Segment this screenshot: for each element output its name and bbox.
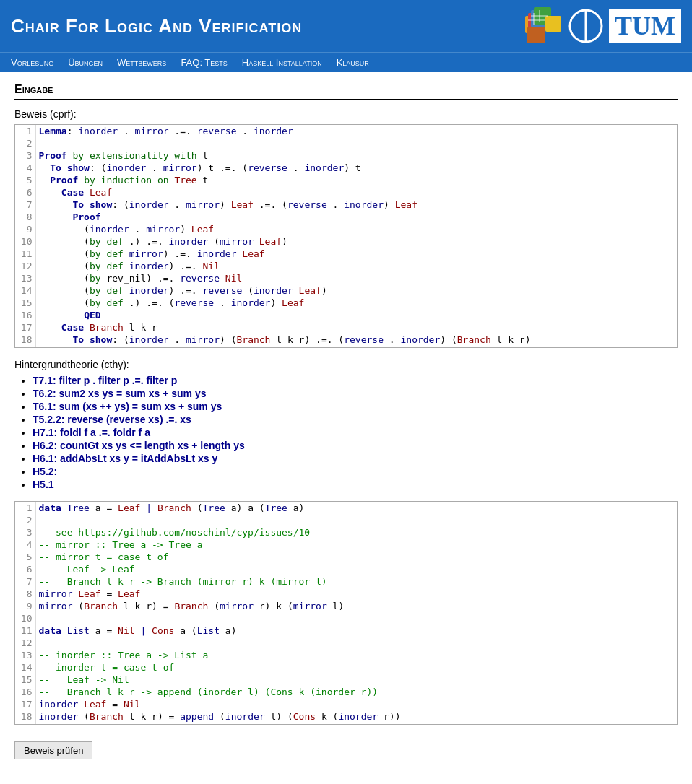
list-item: H7.1: foldl f a .=. foldr f a	[33, 427, 678, 438]
table-row: 7 To show: (inorder . mirror) Leaf .=. (…	[15, 199, 677, 211]
submit-button[interactable]: Beweis prüfen	[14, 741, 92, 759]
table-row: 1data Tree a = Leaf | Branch (Tree a) a …	[15, 502, 677, 514]
table-row: 4-- mirror :: Tree a -> Tree a	[15, 539, 677, 551]
nav-ubungen[interactable]: Übungen	[68, 57, 103, 68]
proof-code-table: 1Lemma: inorder . mirror .=. reverse . i…	[15, 125, 677, 348]
table-row: 15 (by def .) .=. (reverse . inorder) Le…	[15, 297, 677, 309]
list-item: H6.2: countGt xs ys <= length xs + lengt…	[33, 440, 678, 451]
bg-code-area[interactable]: 1data Tree a = Leaf | Branch (Tree a) a …	[14, 501, 678, 725]
table-row: 17inorder Leaf = Nil	[15, 698, 677, 710]
theory-link[interactable]: T7.1: filter p . filter p .=. filter p	[33, 375, 177, 386]
table-row: 18 To show: (inorder . mirror) (Branch l…	[15, 334, 677, 346]
table-row: 4 To show: (inorder . mirror) t .=. (rev…	[15, 162, 677, 174]
site-title: Chair For Logic And Verification	[11, 15, 302, 38]
theory-link[interactable]: H6.2: countGt xs ys <= length xs + lengt…	[33, 440, 245, 451]
nav-vorlesung[interactable]: Vorlesung	[11, 57, 53, 68]
theory-link[interactable]: T6.1: sum (xs ++ ys) = sum xs + sum ys	[33, 401, 222, 412]
bg-code-table: 1data Tree a = Leaf | Branch (Tree a) a …	[15, 502, 677, 725]
theory-link[interactable]: H7.1: foldl f a .=. foldr f a	[33, 427, 150, 438]
table-row: 12	[15, 637, 677, 649]
theory-link[interactable]: H5.2:	[33, 466, 57, 477]
table-row: 14 (by def inorder) .=. reverse (inorder…	[15, 284, 677, 297]
list-item: T7.1: filter p . filter p .=. filter p	[33, 375, 678, 386]
nav-haskell[interactable]: Haskell Installation	[242, 57, 322, 68]
table-row: 8 Proof	[15, 211, 677, 223]
table-row: 2	[15, 514, 677, 526]
navigation: Vorlesung Übungen Wettbewerb FAQ: Tests …	[0, 52, 692, 72]
table-row: 14-- inorder t = case t of	[15, 661, 677, 674]
table-row: 16-- Branch l k r -> append (inorder l) …	[15, 686, 677, 698]
table-row: 18inorder (Branch l k r) = append (inord…	[15, 710, 677, 723]
nav-wettbewerb[interactable]: Wettbewerb	[117, 57, 166, 68]
table-row: 16 QED	[15, 309, 677, 321]
proof-code-area[interactable]: 1Lemma: inorder . mirror .=. reverse . i…	[14, 124, 678, 348]
table-row: 1Lemma: inorder . mirror .=. reverse . i…	[15, 125, 677, 137]
table-row: 2	[15, 137, 677, 149]
table-row: 8mirror Leaf = Leaf	[15, 588, 677, 600]
list-item: T6.1: sum (xs ++ ys) = sum xs + sum ys	[33, 401, 678, 412]
table-row: 12 (by def inorder) .=. Nil	[15, 260, 677, 272]
table-row: 7-- Branch l k r -> Branch (mirror r) k …	[15, 575, 677, 588]
table-row: 9 (inorder . mirror) Leaf	[15, 223, 677, 235]
table-row: 3Proof by extensionality with t	[15, 149, 677, 162]
theory-list: T7.1: filter p . filter p .=. filter pT6…	[14, 375, 678, 490]
svg-rect-5	[527, 27, 545, 43]
nav-faq[interactable]: FAQ: Tests	[181, 57, 227, 68]
theory-link[interactable]: H5.1	[33, 479, 54, 490]
section-title: Eingabe	[14, 83, 678, 100]
table-row: 19 IH: (inorder . mirror) l .=. (reverse…	[15, 346, 677, 348]
table-row: 19	[15, 723, 677, 725]
header: Chair For Logic And Verification TUM	[0, 0, 692, 52]
table-row: 15-- Leaf -> Nil	[15, 674, 677, 686]
table-row: 5-- mirror t = case t of	[15, 551, 677, 563]
table-row: 3-- see https://github.com/noschinl/cyp/…	[15, 526, 677, 539]
table-row: 10 (by def .) .=. inorder (mirror Leaf)	[15, 235, 677, 248]
table-row: 6-- Leaf -> Leaf	[15, 563, 677, 575]
list-item: H6.1: addAbsLt xs y = itAddAbsLt xs y	[33, 453, 678, 464]
table-row: 11data List a = Nil | Cons a (List a)	[15, 624, 677, 637]
table-row: 13 (by rev_nil) .=. reverse Nil	[15, 272, 677, 284]
logo-area: TUM	[525, 7, 681, 45]
table-row: 5 Proof by induction on Tree t	[15, 174, 677, 186]
table-row: 17 Case Branch l k r	[15, 321, 677, 334]
list-item: T6.2: sum2 xs ys = sum xs + sum ys	[33, 388, 678, 399]
main-content: Eingabe Beweis (cprf): 1Lemma: inorder .…	[0, 72, 692, 770]
list-item: H5.1	[33, 479, 678, 490]
tum-logo: TUM	[609, 9, 681, 43]
cube-icon	[525, 7, 563, 45]
theory-link[interactable]: T5.2.2: reverse (reverse xs) .=. xs	[33, 414, 191, 425]
circle-logo-icon	[568, 9, 603, 43]
nav-klausur[interactable]: Klausur	[337, 57, 369, 68]
theory-label: Hintergrundtheorie (cthy):	[14, 359, 678, 370]
table-row: 9mirror (Branch l k r) = Branch (mirror …	[15, 600, 677, 612]
theory-link[interactable]: T6.2: sum2 xs ys = sum xs + sum ys	[33, 388, 206, 399]
table-row: 10	[15, 612, 677, 624]
table-row: 6 Case Leaf	[15, 186, 677, 199]
theory-link[interactable]: H6.1: addAbsLt xs y = itAddAbsLt xs y	[33, 453, 217, 464]
list-item: T5.2.2: reverse (reverse xs) .=. xs	[33, 414, 678, 425]
table-row: 11 (by def mirror) .=. inorder Leaf	[15, 248, 677, 260]
svg-rect-4	[545, 16, 561, 32]
table-row: 13-- inorder :: Tree a -> List a	[15, 649, 677, 661]
proof-label: Beweis (cprf):	[14, 108, 678, 120]
list-item: H5.2:	[33, 466, 678, 477]
